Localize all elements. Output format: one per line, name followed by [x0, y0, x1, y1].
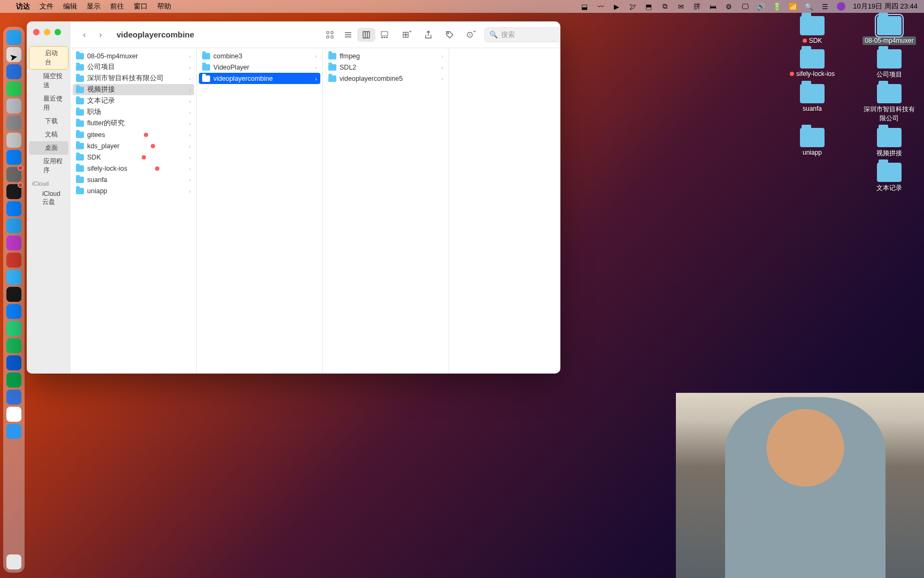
desktop-folder[interactable]: sifely-lock-ios	[783, 49, 842, 80]
status-icon[interactable]: 〰	[596, 2, 605, 11]
dock-app-2[interactable]	[6, 64, 21, 79]
desktop-folder[interactable]: 文本记录	[860, 163, 919, 193]
sidebar-item[interactable]: 启动台	[29, 46, 68, 70]
view-gallery-button[interactable]	[375, 28, 394, 42]
share-button[interactable]	[420, 28, 436, 42]
tags-button[interactable]	[442, 28, 458, 42]
dock-app-22[interactable]	[6, 407, 21, 422]
wifi-icon[interactable]: 📶	[789, 2, 797, 11]
menu-window[interactable]: 窗口	[134, 2, 148, 11]
wechat-icon[interactable]: ✉	[676, 2, 685, 11]
dock-app-10[interactable]	[6, 201, 21, 216]
finder-row[interactable]: ffmpeg›	[323, 50, 449, 62]
view-column-button[interactable]	[357, 28, 375, 42]
finder-row[interactable]: SDL2›	[323, 62, 449, 73]
status-icon[interactable]: ▶	[612, 2, 621, 11]
dock-app-15[interactable]	[6, 287, 21, 302]
finder-row[interactable]: videoplayercombine›	[199, 73, 320, 84]
status-icon[interactable]: ⬒	[644, 2, 653, 11]
app-name[interactable]: 访达	[16, 2, 30, 11]
dock-app-13[interactable]	[6, 253, 21, 268]
desktop-folder[interactable]: 深圳市智目科技有限公司	[860, 84, 919, 124]
menu-go[interactable]: 前往	[110, 2, 124, 11]
dock-app-9[interactable]	[6, 184, 21, 199]
status-icon[interactable]: ⬓	[580, 2, 589, 11]
sidebar-item[interactable]: 应用程序	[29, 155, 68, 177]
dock-app-17[interactable]	[6, 321, 21, 336]
dock-app-18[interactable]	[6, 338, 21, 353]
dock-app-3[interactable]	[6, 81, 21, 96]
close-button[interactable]	[33, 29, 40, 35]
volume-icon[interactable]: 🔊	[757, 2, 765, 11]
finder-row[interactable]: VideoPlayer›	[197, 62, 322, 73]
dock-app-14[interactable]	[6, 270, 21, 285]
finder-row[interactable]: suanfa›	[71, 174, 196, 185]
finder-row[interactable]: 深圳市智目科技有限公司›	[71, 73, 196, 84]
sidebar-item[interactable]: iCloud 云盘	[29, 188, 68, 209]
battery-icon[interactable]: 🔋	[773, 2, 781, 11]
desktop-folder[interactable]: SDK	[783, 16, 842, 45]
display-icon[interactable]: 🖵	[741, 2, 749, 11]
menu-view[interactable]: 显示	[87, 2, 101, 11]
finder-row[interactable]: sifely-lock-ios›	[71, 163, 196, 174]
menu-file[interactable]: 文件	[40, 2, 53, 11]
sidebar-item[interactable]: 下载	[29, 115, 68, 128]
desktop-folder[interactable]: 公司项目	[860, 49, 919, 80]
finder-row[interactable]: 08-05-mp4muxer›	[71, 50, 196, 62]
sidebar-item[interactable]: 隔空投送	[29, 70, 68, 92]
menu-help[interactable]: 帮助	[157, 2, 171, 11]
sidebar-item[interactable]: 文稿	[29, 128, 68, 141]
dock-app-6[interactable]	[6, 133, 21, 148]
nav-forward-button[interactable]: ›	[93, 27, 108, 42]
status-icon[interactable]: ⚙	[725, 2, 733, 11]
status-icon[interactable]: 🕊	[628, 2, 637, 11]
menubar-datetime[interactable]: 10月19日 周四 23:44	[853, 2, 918, 11]
finder-row[interactable]: combine3›	[197, 50, 322, 62]
dock-trash[interactable]	[6, 554, 21, 569]
group-by-button[interactable]: ⊞ˇ	[399, 28, 415, 42]
dock-app-5[interactable]	[6, 116, 21, 131]
sidebar-item[interactable]: 桌面	[29, 141, 68, 155]
dock-app-20[interactable]	[6, 372, 21, 387]
desktop-folder[interactable]: 08-05-mp4muxer	[860, 16, 919, 45]
finder-row[interactable]: uniapp›	[71, 185, 196, 196]
finder-row[interactable]: 职场›	[71, 107, 196, 118]
finder-row[interactable]: 公司项目›	[71, 62, 196, 73]
view-list-button[interactable]	[339, 28, 357, 42]
finder-row[interactable]: SDK›	[71, 151, 196, 163]
dock-app-23[interactable]	[6, 424, 21, 439]
status-crop-icon[interactable]: ⧉	[660, 2, 669, 11]
dock-app-8[interactable]	[6, 167, 21, 182]
dock-app-12[interactable]	[6, 235, 21, 250]
finder-row[interactable]: kds_player›	[71, 140, 196, 151]
more-actions-button[interactable]: ⊙ˇ	[463, 28, 479, 42]
finder-row[interactable]: gitees›	[71, 129, 196, 140]
dock-app-21[interactable]	[6, 390, 21, 405]
desktop-folder[interactable]: suanfa	[783, 84, 842, 124]
finder-row[interactable]: videoplayercombine5›	[323, 73, 449, 84]
search-input[interactable]: 🔍 搜索	[484, 27, 560, 42]
nav-back-button[interactable]: ‹	[77, 27, 92, 42]
status-icon[interactable]: 🛏	[709, 2, 717, 11]
input-pinyin-icon[interactable]: 拼	[692, 2, 701, 11]
control-center-icon[interactable]: ☰	[821, 2, 829, 11]
siri-icon[interactable]	[837, 2, 845, 11]
finder-row[interactable]: 视频拼接›	[73, 84, 194, 95]
fullscreen-button[interactable]	[55, 29, 61, 35]
menu-edit[interactable]: 编辑	[63, 2, 77, 11]
finder-row[interactable]: flutter的研究›	[71, 118, 196, 129]
dock-app-19[interactable]	[6, 355, 21, 370]
dock-app-16[interactable]	[6, 304, 21, 319]
dock-app-11[interactable]	[6, 218, 21, 233]
sidebar-item[interactable]: 最近使用	[29, 92, 68, 115]
dock-app-4[interactable]	[6, 98, 21, 113]
dock-app-7[interactable]	[6, 150, 21, 165]
spotlight-icon[interactable]: 🔍	[805, 2, 813, 11]
desktop-folder[interactable]: uniapp	[783, 128, 842, 158]
folder-icon	[202, 64, 210, 71]
desktop-folder[interactable]: 视频拼接	[860, 128, 919, 158]
view-icon-button[interactable]	[321, 28, 339, 42]
dock-app-0[interactable]	[6, 30, 21, 45]
finder-row[interactable]: 文本记录›	[71, 95, 196, 107]
minimize-button[interactable]	[44, 29, 50, 35]
